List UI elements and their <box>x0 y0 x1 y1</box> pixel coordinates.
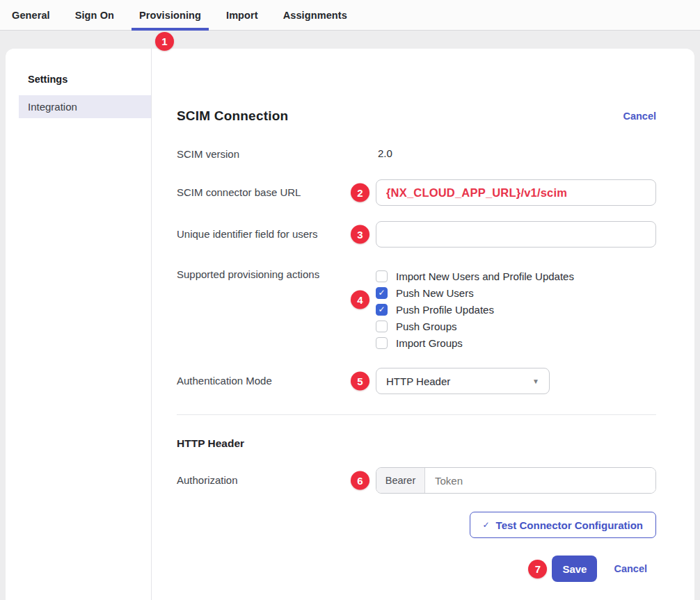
step-badge-1: 1 <box>155 32 174 51</box>
step-badge-2: 2 <box>351 184 369 202</box>
panel-header: SCIM Connection Cancel <box>177 108 656 124</box>
checkbox-push-groups[interactable]: ✓ <box>376 321 388 332</box>
checkbox-push-new-users[interactable]: ✓ <box>376 287 388 299</box>
provisioning-panel: Settings Integration SCIM Connection Can… <box>6 49 694 600</box>
base-url-input[interactable] <box>376 179 656 206</box>
unique-id-row: Unique identifier field for users 3 <box>177 221 656 248</box>
checkbox-push-profile-updates[interactable]: ✓ <box>376 304 388 316</box>
checkbox-label: Import New Users and Profile Updates <box>396 270 574 282</box>
token-input[interactable] <box>425 468 655 493</box>
bearer-prefix: Bearer <box>376 468 425 493</box>
step-badge-3: 3 <box>351 225 369 244</box>
base-url-label: SCIM connector base URL <box>177 179 376 206</box>
checkbox-row-push-new-users[interactable]: ✓ Push New Users <box>376 284 656 301</box>
check-icon: ✓ <box>483 520 490 530</box>
provisioning-actions-label: Supported provisioning actions <box>177 266 376 351</box>
auth-mode-label: Authentication Mode <box>177 368 376 394</box>
tab-assignments[interactable]: Assignments <box>283 0 347 30</box>
scim-version-row: SCIM version 2.0 <box>177 147 656 161</box>
http-header-section-title: HTTP Header <box>177 437 656 450</box>
scim-version-value: 2.0 <box>376 147 392 161</box>
check-icon: ✓ <box>378 305 385 314</box>
app-tab-bar: General Sign On Provisioning Import Assi… <box>0 0 700 31</box>
tab-general[interactable]: General <box>12 0 50 30</box>
test-connector-button[interactable]: ✓ Test Connector Configuration <box>470 512 656 538</box>
checkbox-row-push-profile-updates[interactable]: ✓ Push Profile Updates <box>376 301 656 318</box>
chevron-down-icon: ▼ <box>532 378 539 385</box>
checkbox-import-new-users[interactable]: ✓ <box>376 270 388 282</box>
sidebar-heading: Settings <box>6 74 151 85</box>
authorization-input-group: Bearer <box>376 467 656 494</box>
step-badge-5: 5 <box>351 372 369 391</box>
test-connector-row: ✓ Test Connector Configuration <box>177 512 656 538</box>
checkbox-label: Import Groups <box>396 337 463 349</box>
step-badge-6: 6 <box>351 471 369 490</box>
scim-connection-form: SCIM Connection Cancel SCIM version 2.0 … <box>152 49 694 600</box>
form-footer: 7 Save Cancel <box>177 556 656 582</box>
step-badge-7: 7 <box>528 560 547 578</box>
unique-id-label: Unique identifier field for users <box>177 221 376 248</box>
authorization-row: Authorization 6 Bearer <box>177 467 656 494</box>
step-badge-4: 4 <box>351 291 369 309</box>
checkbox-label: Push New Users <box>396 287 474 299</box>
auth-mode-row: Authentication Mode 5 HTTP Header ▼ <box>177 368 656 394</box>
checkbox-row-push-groups[interactable]: ✓ Push Groups <box>376 318 656 334</box>
unique-id-input[interactable] <box>376 221 656 248</box>
checkbox-label: Push Groups <box>396 321 457 332</box>
tab-import[interactable]: Import <box>226 0 258 30</box>
section-divider <box>177 414 656 415</box>
tab-provisioning[interactable]: Provisioning <box>139 0 201 30</box>
provisioning-actions-row: Supported provisioning actions 4 ✓ Impor… <box>177 266 656 351</box>
scim-version-label: SCIM version <box>177 147 376 161</box>
authorization-label: Authorization <box>177 467 376 494</box>
checkbox-label: Push Profile Updates <box>396 304 494 316</box>
test-connector-label: Test Connector Configuration <box>496 519 643 531</box>
base-url-row: SCIM connector base URL 2 <box>177 179 656 206</box>
auth-mode-selected-value: HTTP Header <box>386 375 450 387</box>
tab-sign-on[interactable]: Sign On <box>75 0 114 30</box>
save-button[interactable]: Save <box>552 556 597 582</box>
sidebar-item-integration[interactable]: Integration <box>19 95 151 118</box>
checkbox-row-import-new-users[interactable]: ✓ Import New Users and Profile Updates <box>376 268 656 284</box>
cancel-button[interactable]: Cancel <box>614 563 647 574</box>
header-cancel-link[interactable]: Cancel <box>623 111 656 122</box>
check-icon: ✓ <box>378 289 385 297</box>
settings-sidebar: Settings Integration <box>6 49 152 600</box>
auth-mode-select[interactable]: HTTP Header ▼ <box>376 368 550 394</box>
checkbox-row-import-groups[interactable]: ✓ Import Groups <box>376 334 656 351</box>
page-title: SCIM Connection <box>177 108 288 124</box>
checkbox-import-groups[interactable]: ✓ <box>376 337 388 349</box>
